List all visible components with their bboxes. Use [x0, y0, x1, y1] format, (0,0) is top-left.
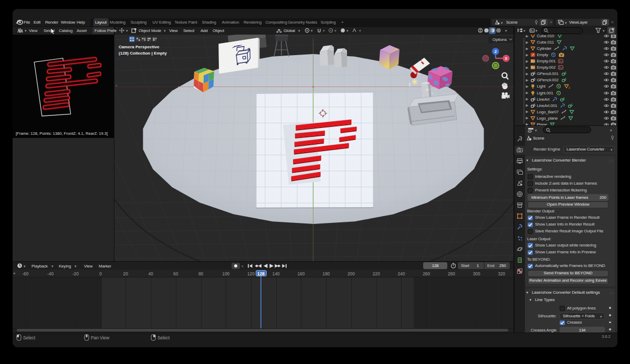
svg-text:Camera Perspective: Camera Perspective — [119, 45, 160, 49]
svg-text:Z: Z — [495, 49, 497, 54]
svg-text:›: › — [116, 83, 117, 88]
svg-text:X: X — [505, 56, 507, 61]
svg-text:Options: Options — [492, 37, 507, 42]
svg-text:2: 2 — [569, 86, 570, 89]
svg-text:(128) Collection | Empty: (128) Collection | Empty — [119, 51, 167, 56]
